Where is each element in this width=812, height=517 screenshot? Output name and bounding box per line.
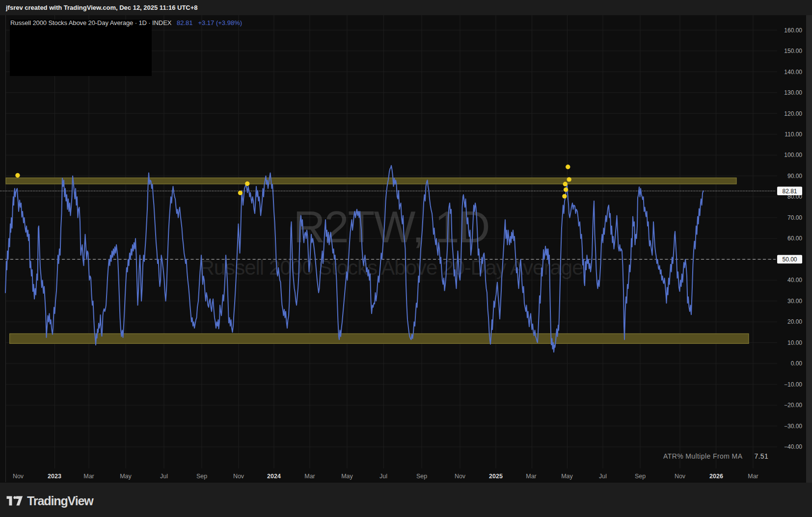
svg-text:60.00: 60.00	[787, 235, 802, 242]
svg-text:Jul: Jul	[160, 473, 168, 480]
svg-text:−10.00: −10.00	[784, 381, 802, 388]
svg-text:110.00: 110.00	[785, 131, 802, 138]
svg-text:Sep: Sep	[635, 473, 646, 480]
svg-text:2026: 2026	[709, 473, 723, 480]
svg-text:Nov: Nov	[233, 473, 244, 480]
svg-text:Nov: Nov	[675, 473, 686, 480]
svg-text:Jul: Jul	[599, 473, 607, 480]
svg-text:Mar: Mar	[83, 473, 94, 480]
svg-text:Mar: Mar	[748, 473, 758, 480]
svg-text:70.00: 70.00	[787, 214, 802, 221]
svg-text:May: May	[120, 473, 132, 480]
svg-text:May: May	[341, 473, 353, 480]
svg-text:Mar: Mar	[304, 473, 315, 480]
svg-text:82.81: 82.81	[782, 188, 797, 195]
svg-text:140.00: 140.00	[784, 69, 802, 76]
svg-text:Jul: Jul	[379, 473, 387, 480]
svg-text:120.00: 120.00	[784, 110, 802, 117]
svg-text:2023: 2023	[48, 473, 61, 480]
svg-text:Russell 2000 Stocks Above 20-D: Russell 2000 Stocks Above 20-Day Average	[199, 256, 583, 279]
svg-text:10.00: 10.00	[787, 339, 802, 346]
svg-text:2025: 2025	[489, 473, 503, 480]
svg-text:30.00: 30.00	[787, 298, 802, 305]
svg-text:20.00: 20.00	[787, 318, 802, 325]
svg-text:Nov: Nov	[455, 473, 466, 480]
svg-text:40.00: 40.00	[787, 277, 802, 284]
svg-text:50.00: 50.00	[782, 256, 797, 263]
svg-text:−30.00: −30.00	[784, 423, 802, 430]
svg-text:May: May	[561, 473, 573, 480]
svg-text:160.00: 160.00	[784, 27, 802, 34]
svg-text:Mar: Mar	[526, 473, 537, 480]
svg-text:R2TW, 1D: R2TW, 1D	[293, 203, 489, 252]
svg-text:−20.00: −20.00	[784, 402, 802, 409]
svg-text:Nov: Nov	[13, 473, 24, 480]
svg-text:0.00: 0.00	[791, 360, 803, 367]
svg-text:Sep: Sep	[196, 473, 207, 480]
svg-text:150.00: 150.00	[784, 48, 802, 54]
svg-text:130.00: 130.00	[784, 89, 802, 96]
svg-text:−40.00: −40.00	[784, 443, 802, 450]
svg-text:2024: 2024	[267, 473, 281, 480]
svg-text:Sep: Sep	[416, 473, 427, 480]
svg-text:90.00: 90.00	[787, 173, 802, 180]
svg-text:100.00: 100.00	[784, 152, 802, 158]
